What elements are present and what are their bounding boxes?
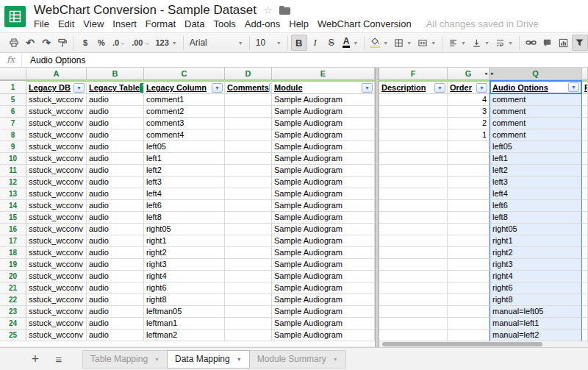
cell[interactable]: left8 <box>144 212 225 224</box>
header-cell-order[interactable]: Order▼ <box>448 80 490 94</box>
menu-item-file[interactable]: File <box>34 18 54 29</box>
cell[interactable] <box>582 235 588 247</box>
header-cell-legacy-db[interactable]: Legacy DB▼ <box>26 80 87 94</box>
cell[interactable]: right8 <box>144 294 225 306</box>
cell[interactable]: Sample Audiogram <box>272 188 375 200</box>
cell[interactable]: sstuck_wcconv <box>26 212 87 224</box>
cell[interactable]: comment1 <box>144 94 225 106</box>
cell[interactable]: left3 <box>144 177 225 188</box>
menu-item-help[interactable]: Help <box>284 18 313 29</box>
cell[interactable]: audio <box>87 282 144 294</box>
cell[interactable] <box>582 94 588 106</box>
insert-chart-button[interactable] <box>556 35 572 51</box>
menu-item-insert[interactable]: Insert <box>108 18 141 29</box>
cell[interactable] <box>225 153 272 165</box>
cell[interactable]: comment <box>490 106 582 118</box>
cell[interactable] <box>448 224 490 235</box>
cell[interactable]: Sample Audiogram <box>272 153 375 165</box>
cell[interactable] <box>448 153 490 165</box>
cell[interactable]: sstuck_wcconv <box>26 165 87 177</box>
cell[interactable]: Sample Audiogram <box>272 259 375 271</box>
menu-item-tools[interactable]: Tools <box>209 18 240 29</box>
cell[interactable] <box>225 259 272 271</box>
cell[interactable]: manual=left1 <box>490 318 582 330</box>
cell[interactable] <box>582 153 588 165</box>
font-family-select[interactable]: Arial▼ <box>187 35 246 51</box>
cell[interactable]: Sample Audiogram <box>272 106 375 118</box>
cell[interactable]: sstuck_wcconv <box>26 306 87 318</box>
cell[interactable]: left6 <box>490 200 582 212</box>
cell[interactable]: Sample Audiogram <box>272 224 375 235</box>
row-number[interactable]: 24 <box>0 318 26 330</box>
cell[interactable] <box>225 188 272 200</box>
cell[interactable]: left2 <box>490 165 582 177</box>
cell[interactable]: sstuck_wcconv <box>26 330 87 341</box>
cell[interactable] <box>582 141 588 153</box>
cell[interactable] <box>225 141 272 153</box>
cell[interactable] <box>448 235 490 247</box>
cell[interactable] <box>448 141 490 153</box>
cell[interactable] <box>582 106 588 118</box>
filter-dropdown-button[interactable]: ▼ <box>212 83 223 93</box>
cell[interactable]: Sample Audiogram <box>272 177 375 188</box>
horizontal-scrollbar[interactable] <box>379 341 588 347</box>
filter-dropdown-button[interactable]: ▼ <box>568 82 579 92</box>
cell[interactable] <box>225 282 272 294</box>
cell[interactable]: audio <box>87 247 144 259</box>
cell[interactable] <box>448 294 490 306</box>
cell[interactable] <box>582 224 588 235</box>
cell[interactable] <box>582 271 588 282</box>
column-letter-e[interactable]: E <box>272 68 375 79</box>
add-sheet-button[interactable]: + <box>26 352 44 366</box>
cell[interactable]: manual=left05 <box>490 306 582 318</box>
cell[interactable] <box>582 212 588 224</box>
insert-link-button[interactable] <box>523 35 539 51</box>
number-format-button[interactable]: 123▼ <box>152 35 179 51</box>
column-letter-a[interactable]: A <box>26 68 87 79</box>
cell[interactable]: sstuck_wcconv <box>26 235 87 247</box>
cell[interactable]: audio <box>87 271 144 282</box>
row-number[interactable]: 7 <box>0 118 26 129</box>
sheet-tab-table-mapping[interactable]: Table Mapping▼ <box>82 350 168 369</box>
cell[interactable] <box>582 318 588 330</box>
cell[interactable]: right6 <box>144 282 225 294</box>
cell[interactable] <box>225 306 272 318</box>
cell[interactable] <box>582 247 588 259</box>
merge-cells-button[interactable]: ▼ <box>415 35 439 51</box>
row-number[interactable]: 18 <box>0 247 26 259</box>
sheet-tab-module-summary[interactable]: Module Summary▼ <box>249 350 346 369</box>
cell[interactable] <box>379 106 448 118</box>
cell[interactable] <box>379 129 448 141</box>
row-number[interactable]: 8 <box>0 129 26 141</box>
column-letter-c[interactable]: C <box>144 68 225 79</box>
cell[interactable]: audio <box>87 200 144 212</box>
header-cell-module[interactable]: Module▼ <box>272 80 375 94</box>
cell[interactable]: 1 <box>448 129 490 141</box>
undo-button[interactable]: ↶ <box>22 35 38 51</box>
cell[interactable] <box>448 177 490 188</box>
cell[interactable]: audio <box>87 165 144 177</box>
row-number[interactable]: 14 <box>0 200 26 212</box>
cell[interactable] <box>582 259 588 271</box>
row-number[interactable]: 1 <box>0 80 26 94</box>
cell[interactable]: right4 <box>490 271 582 282</box>
cell[interactable] <box>225 271 272 282</box>
menu-item-webchart-conversion[interactable]: WebChart Conversion <box>313 18 416 29</box>
bold-button[interactable]: B <box>291 35 307 51</box>
cell[interactable]: right8 <box>490 294 582 306</box>
cell[interactable] <box>379 118 448 129</box>
cell[interactable] <box>448 188 490 200</box>
cell[interactable] <box>448 306 490 318</box>
cell[interactable]: 3 <box>448 106 490 118</box>
column-letter-g[interactable]: G◄ <box>448 68 490 79</box>
italic-button[interactable]: I <box>307 35 323 51</box>
cell[interactable] <box>448 282 490 294</box>
cell[interactable]: 2 <box>448 118 490 129</box>
cell[interactable]: comment4 <box>144 129 225 141</box>
cell[interactable]: comment3 <box>144 118 225 129</box>
currency-format-button[interactable]: $ <box>77 35 93 51</box>
cell[interactable]: left05 <box>490 141 582 153</box>
cell[interactable]: right1 <box>490 235 582 247</box>
cell[interactable]: right2 <box>490 247 582 259</box>
cell[interactable]: audio <box>87 141 144 153</box>
